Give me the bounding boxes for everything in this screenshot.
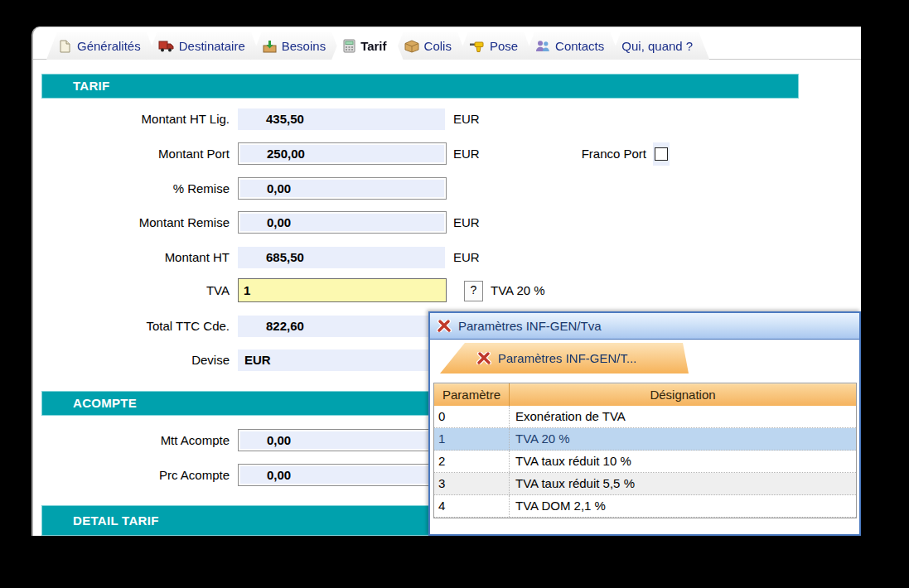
total-ttc-field: 822,60: [238, 316, 445, 337]
pct-remise-label: % Remise: [39, 177, 230, 200]
tva-table: Paramètre Désignation 0 Exonération de T…: [433, 383, 857, 518]
package-icon: [404, 40, 419, 53]
tva-label: TVA: [39, 279, 230, 301]
tab-generalites[interactable]: Généralités: [46, 32, 157, 60]
section-title: TARIF: [73, 79, 110, 93]
montant-port-field[interactable]: [238, 142, 447, 165]
param-cell: 0: [434, 406, 510, 427]
document-icon: [58, 39, 72, 53]
popup-tabrow: Paramètres INF-GEN/T...: [430, 340, 859, 374]
designation-cell: Exonération de TVA: [510, 406, 856, 427]
inbox-icon: [263, 40, 277, 53]
devise-label: Devise: [39, 349, 230, 371]
tab-qui-quand[interactable]: Qui, quand ?: [610, 32, 709, 60]
designation-cell: TVA 20 %: [510, 428, 856, 450]
tab-label: Destinataire: [179, 39, 245, 53]
popup-tab-label: Paramètres INF-GEN/T...: [498, 351, 637, 365]
table-row-selected[interactable]: 1 TVA 20 %: [434, 428, 856, 451]
tab-label: Contacts: [555, 39, 604, 53]
popup-tab-parametres[interactable]: Paramètres INF-GEN/T...: [440, 343, 689, 374]
tab-colis[interactable]: Colis: [393, 32, 468, 60]
tab-label: Colis: [424, 39, 452, 53]
montant-ht-field: 685,50: [238, 247, 445, 268]
designation-cell: TVA DOM 2,1 %: [510, 495, 856, 517]
order-window: Généralités Destinataire Besoins Tarif C…: [31, 27, 861, 536]
table-row[interactable]: 3 TVA taux réduit 5,5 %: [434, 473, 856, 495]
param-cell: 4: [434, 495, 510, 517]
montant-ht-lig-label: Montant HT Lig.: [39, 108, 230, 130]
montant-remise-label: Montant Remise: [39, 211, 230, 234]
table-row[interactable]: 2 TVA taux réduit 10 %: [434, 451, 856, 473]
tva-help-button[interactable]: ?: [464, 281, 483, 301]
montant-ht-label: Montant HT: [39, 246, 230, 268]
franco-port-checkbox[interactable]: [655, 147, 668, 161]
franco-port-label: Franco Port: [530, 147, 646, 161]
section-title: ACOMPTE: [73, 396, 137, 410]
parameters-icon: [437, 320, 452, 332]
tab-tarif[interactable]: Tarif: [331, 32, 403, 60]
contacts-icon: [535, 40, 550, 52]
parametres-tva-popup: Paramètres INF-GEN/Tva Paramètres INF-GE…: [428, 311, 861, 536]
truck-icon: [158, 40, 174, 53]
mtt-acompte-label: Mtt Acompte: [39, 429, 230, 451]
tva-input[interactable]: [238, 278, 447, 302]
drill-icon: [469, 40, 485, 53]
column-header-designation[interactable]: Désignation: [510, 383, 856, 406]
designation-cell: TVA taux réduit 10 %: [510, 451, 856, 472]
tab-label: Pose: [490, 39, 518, 53]
section-header-tarif: TARIF: [41, 74, 799, 99]
tva-table-header: Paramètre Désignation: [434, 383, 856, 406]
main-tabstrip: Généralités Destinataire Besoins Tarif C…: [46, 32, 709, 60]
tva-rate-hint: TVA 20 %: [491, 281, 545, 300]
montant-remise-field[interactable]: [238, 211, 447, 234]
pct-remise-field[interactable]: [238, 177, 447, 200]
tab-label: Qui, quand ?: [621, 39, 693, 53]
param-cell: 2: [434, 451, 510, 472]
section-title: DETAIL TARIF: [73, 513, 159, 528]
tab-label: Besoins: [282, 39, 326, 53]
calculator-icon: [343, 39, 355, 53]
tab-label: Tarif: [360, 39, 386, 53]
montant-ht-lig-field: 435,50: [238, 108, 445, 130]
column-header-parametre[interactable]: Paramètre: [434, 383, 510, 406]
tab-pose[interactable]: Pose: [457, 32, 534, 60]
montant-remise-unit: EUR: [453, 211, 480, 234]
param-cell: 1: [434, 428, 510, 450]
montant-port-unit: EUR: [453, 142, 480, 165]
designation-cell: TVA taux réduit 5,5 %: [510, 473, 856, 494]
table-row[interactable]: 0 Exonération de TVA: [434, 406, 856, 428]
param-cell: 3: [434, 473, 510, 494]
parameters-icon: [476, 352, 491, 364]
montant-ht-lig-unit: EUR: [453, 108, 480, 130]
prc-acompte-label: Prc Acompte: [39, 464, 230, 486]
tab-contacts[interactable]: Contacts: [524, 32, 621, 60]
table-row[interactable]: 4 TVA DOM 2,1 %: [434, 495, 856, 518]
popup-title: Paramètres INF-GEN/Tva: [458, 319, 602, 333]
tab-label: Généralités: [77, 39, 141, 53]
mtt-acompte-field[interactable]: [238, 429, 447, 451]
montant-ht-unit: EUR: [453, 246, 480, 268]
total-ttc-label: Total TTC Cde.: [39, 315, 230, 337]
tab-besoins[interactable]: Besoins: [251, 32, 342, 60]
devise-field: EUR: [238, 349, 445, 371]
prc-acompte-field[interactable]: [238, 464, 447, 486]
popup-titlebar[interactable]: Paramètres INF-GEN/Tva: [430, 313, 859, 340]
montant-port-label: Montant Port: [39, 142, 230, 165]
tab-destinataire[interactable]: Destinataire: [147, 32, 262, 60]
